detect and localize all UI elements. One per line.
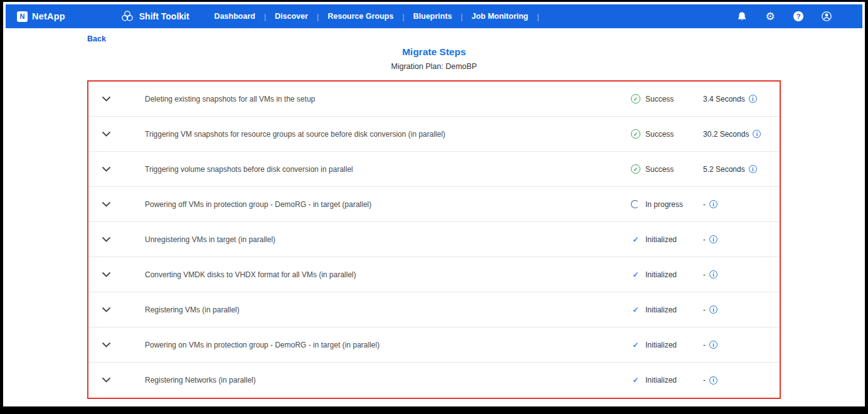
expand-chevron-icon[interactable] <box>88 272 145 277</box>
top-navigation-bar: NetApp Shift Toolkit Dashboard | Discove… <box>6 4 862 28</box>
notification-bell-icon[interactable] <box>736 11 748 22</box>
step-duration: 3.4 Seconds <box>703 95 780 104</box>
app-window: NetApp Shift Toolkit Dashboard | Discove… <box>0 0 868 414</box>
status-text: In progress <box>645 200 683 209</box>
status-icon <box>631 340 640 349</box>
step-status: Initialized <box>631 376 703 385</box>
duration-text: 3.4 Seconds <box>703 95 745 104</box>
step-duration: - <box>703 341 780 349</box>
info-icon[interactable] <box>749 165 757 173</box>
status-icon <box>631 164 640 174</box>
expand-chevron-icon[interactable] <box>88 132 145 137</box>
step-status: Success <box>631 94 703 104</box>
step-row: Triggering volume snapshots before disk … <box>88 152 780 187</box>
step-duration: - <box>703 270 780 279</box>
step-row: Unregistering VMs in target (in parallel… <box>88 222 780 257</box>
shift-toolkit-icon <box>120 9 134 23</box>
status-icon spinner-icon <box>631 200 639 208</box>
status-icon <box>631 376 640 385</box>
step-row: Triggering VM snapshots for resource gro… <box>88 117 780 152</box>
step-duration: - <box>703 376 780 385</box>
help-icon[interactable] <box>793 11 804 22</box>
info-icon[interactable] <box>709 235 717 243</box>
info-icon[interactable] <box>749 95 757 103</box>
duration-text: - <box>703 200 706 209</box>
status-icon <box>631 129 640 139</box>
step-row: Deleting existing snapshots for all VMs … <box>88 82 780 117</box>
status-text: Initialized <box>645 270 677 279</box>
info-icon[interactable] <box>709 270 717 279</box>
expand-chevron-icon[interactable] <box>88 307 145 312</box>
step-label: Triggering volume snapshots before disk … <box>145 165 631 174</box>
expand-chevron-icon[interactable] <box>88 202 145 207</box>
step-status: Initialized <box>631 340 703 349</box>
step-status: Success <box>631 164 703 174</box>
nav-resource-groups[interactable]: Resource Groups <box>319 12 403 21</box>
step-label: Deleting existing snapshots for all VMs … <box>145 95 631 104</box>
duration-text: - <box>703 235 706 244</box>
step-row: Powering on VMs in protection group - De… <box>88 327 780 363</box>
nav-separator: | <box>537 12 539 21</box>
status-icon <box>631 270 640 279</box>
status-text: Success <box>645 95 674 104</box>
step-duration: - <box>703 305 780 314</box>
main-nav: Dashboard | Discover | Resource Groups |… <box>206 12 539 21</box>
nav-job-monitoring[interactable]: Job Monitoring <box>463 12 537 21</box>
step-row: Powering off VMs in protection group - D… <box>88 187 780 222</box>
status-text: Initialized <box>645 376 677 385</box>
netapp-logo: NetApp <box>17 11 65 22</box>
step-label: Powering off VMs in protection group - D… <box>145 200 631 209</box>
status-icon <box>631 305 640 314</box>
nav-discover[interactable]: Discover <box>266 12 317 21</box>
step-label: Registering VMs (in parallel) <box>145 305 631 314</box>
migrate-steps-panel: Deleting existing snapshots for all VMs … <box>87 80 781 399</box>
step-label: Registering Networks (in parallel) <box>145 376 631 385</box>
page-title: Migrate Steps <box>6 46 862 58</box>
status-text: Success <box>645 165 674 174</box>
nav-blueprints[interactable]: Blueprints <box>405 12 461 21</box>
info-icon[interactable] <box>753 130 761 138</box>
step-duration: - <box>703 200 780 209</box>
duration-text: - <box>703 341 706 349</box>
step-label: Triggering VM snapshots for resource gro… <box>145 130 631 139</box>
step-status: Initialized <box>631 235 703 244</box>
step-label: Unregistering VMs in target (in parallel… <box>145 235 631 244</box>
step-status: Initialized <box>631 270 703 279</box>
step-label: Converting VMDK disks to VHDX format for… <box>145 270 631 279</box>
info-icon[interactable] <box>709 305 717 314</box>
expand-chevron-icon[interactable] <box>88 342 145 348</box>
brand-name: NetApp <box>32 11 65 21</box>
step-row: Converting VMDK disks to VHDX format for… <box>88 257 780 292</box>
duration-text: - <box>703 270 706 279</box>
status-icon <box>631 235 640 244</box>
back-link[interactable]: Back <box>87 34 106 44</box>
step-row: Registering VMs (in parallel) Initialize… <box>88 292 780 327</box>
status-text: Initialized <box>645 305 677 314</box>
step-duration: - <box>703 235 780 244</box>
status-icon <box>631 94 640 104</box>
status-text: Initialized <box>645 341 677 349</box>
step-status: Initialized <box>631 305 703 314</box>
nav-dashboard[interactable]: Dashboard <box>206 12 264 21</box>
info-icon[interactable] <box>709 200 717 208</box>
status-text: Success <box>645 130 674 139</box>
step-status: In progress <box>631 200 703 209</box>
expand-chevron-icon[interactable] <box>88 97 145 102</box>
expand-chevron-icon[interactable] <box>88 378 145 383</box>
topbar-actions: ⚙ <box>736 11 851 22</box>
expand-chevron-icon[interactable] <box>88 167 145 172</box>
step-status: Success <box>631 129 703 139</box>
info-icon[interactable] <box>709 376 717 385</box>
step-duration: 30.2 Seconds <box>703 130 780 139</box>
step-duration: 5.2 Seconds <box>703 165 780 174</box>
step-row: Registering Networks (in parallel) Initi… <box>88 363 780 398</box>
settings-gear-icon[interactable]: ⚙ <box>765 11 776 22</box>
migration-plan-subtitle: Migration Plan: DemoBP <box>6 61 862 72</box>
shift-toolkit-brand: Shift Toolkit <box>120 9 189 23</box>
duration-text: - <box>703 376 706 385</box>
duration-text: 30.2 Seconds <box>703 130 749 139</box>
step-label: Powering on VMs in protection group - De… <box>145 341 631 349</box>
account-icon[interactable] <box>821 11 832 22</box>
info-icon[interactable] <box>709 341 717 349</box>
expand-chevron-icon[interactable] <box>88 237 145 242</box>
